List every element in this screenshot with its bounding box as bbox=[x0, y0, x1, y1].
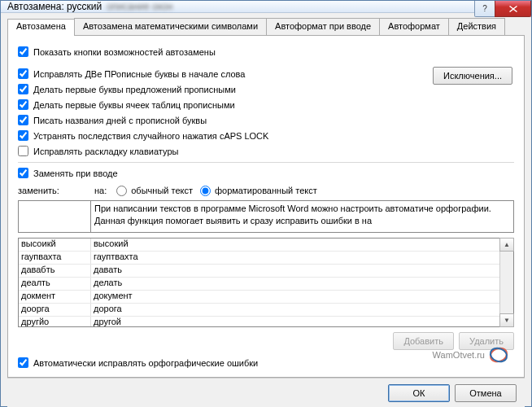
cell-from: доорга bbox=[19, 304, 91, 316]
table-action-row: Добавить Удалить bbox=[18, 332, 514, 350]
tab-autocorrect[interactable]: Автозамена bbox=[7, 19, 75, 36]
cancel-button[interactable]: Отмена bbox=[455, 384, 517, 402]
label-table-caps: Делать первые буквы ячеек таблиц прописн… bbox=[33, 100, 235, 110]
replace-header-row: заменить: на: обычный текст форматирован… bbox=[18, 182, 514, 199]
cell-from: другйо bbox=[19, 317, 91, 326]
replace-with-preview[interactable]: При написании текстов в программе Micros… bbox=[91, 200, 514, 233]
table-body[interactable]: высоикйвысокийгаупвахтагауптвахтадавабть… bbox=[19, 239, 499, 326]
replace-inputs-row: При написании текстов в программе Micros… bbox=[18, 200, 514, 233]
replace-label: заменить: bbox=[18, 186, 89, 195]
delete-button[interactable]: Удалить bbox=[459, 332, 514, 350]
label-caps-lock: Устранять последствия случайного нажатия… bbox=[33, 131, 268, 141]
table-row[interactable]: другйодругой bbox=[19, 317, 499, 326]
label-two-caps: Исправлять ДВе ПРописные буквы в начале … bbox=[33, 69, 245, 79]
autocorrect-dialog: Автозамена: русский описание окон ? Авто… bbox=[0, 0, 532, 407]
table-row[interactable]: высоикйвысокий bbox=[19, 239, 499, 252]
tab-autoformat[interactable]: Автоформат bbox=[379, 18, 449, 35]
tab-strip: Автозамена Автозамена математическими си… bbox=[7, 18, 525, 36]
delete-button-label: Удалить bbox=[469, 336, 504, 346]
table-scrollbar[interactable]: ▲ ▼ bbox=[499, 239, 513, 326]
cell-to: давать bbox=[91, 265, 499, 277]
help-button[interactable]: ? bbox=[474, 1, 495, 17]
cell-from: гаупвахта bbox=[19, 252, 91, 264]
cancel-button-label: Отмена bbox=[469, 388, 501, 398]
label-day-names: Писать названия дней с прописной буквы bbox=[33, 116, 207, 125]
with-label: на: bbox=[94, 186, 107, 195]
checkbox-show-buttons[interactable] bbox=[18, 46, 28, 57]
table-row[interactable]: давабтьдавать bbox=[19, 265, 499, 278]
checkbox-keyboard-layout[interactable] bbox=[18, 146, 28, 156]
tab-actions[interactable]: Действия bbox=[448, 18, 505, 35]
label-auto-spell: Автоматически исправлять орфографические… bbox=[33, 358, 258, 368]
cell-from: докмент bbox=[19, 291, 91, 303]
tab-math-autocorrect[interactable]: Автозамена математическими символами bbox=[74, 18, 267, 35]
label-replace-on-type: Заменять при вводе bbox=[33, 168, 118, 178]
close-button[interactable] bbox=[495, 1, 531, 17]
tab-autoformat-typing[interactable]: Автоформат при вводе bbox=[266, 18, 380, 35]
window-buttons: ? bbox=[475, 1, 531, 17]
checkbox-auto-spell[interactable] bbox=[18, 357, 28, 368]
dialog-title: Автозамена: русский bbox=[7, 1, 102, 12]
autocorrect-panel: Показать кнопки возможностей автозамены … bbox=[7, 36, 525, 378]
scroll-track[interactable] bbox=[500, 251, 513, 314]
exceptions-button[interactable]: Исключения... bbox=[433, 67, 512, 85]
add-button[interactable]: Добавить bbox=[393, 332, 454, 350]
table-row[interactable]: гаупвахтагауптвахта bbox=[19, 252, 499, 265]
checkbox-caps-lock[interactable] bbox=[18, 130, 28, 141]
title-blur: описание окон bbox=[107, 1, 172, 12]
ok-button-label: ОК bbox=[413, 388, 425, 398]
scroll-up-icon[interactable]: ▲ bbox=[499, 238, 514, 252]
replace-from-input[interactable] bbox=[18, 200, 91, 233]
cell-to: дорога bbox=[91, 304, 499, 316]
cell-to: гауптвахта bbox=[91, 252, 499, 264]
table-row[interactable]: деалтьделать bbox=[19, 278, 499, 291]
scroll-down-icon[interactable]: ▼ bbox=[499, 313, 514, 327]
label-keyboard-layout: Исправлять раскладку клавиатуры bbox=[33, 147, 178, 156]
radio-plain-text[interactable] bbox=[116, 186, 127, 196]
cell-from: деалть bbox=[19, 278, 91, 290]
exceptions-button-label: Исключения... bbox=[443, 71, 502, 81]
dialog-content: Автозамена Автозамена математическими си… bbox=[1, 13, 531, 407]
titlebar: Автозамена: русский описание окон ? bbox=[1, 1, 531, 13]
checkbox-two-caps[interactable] bbox=[18, 68, 28, 79]
radio-formatted-text[interactable] bbox=[200, 186, 211, 196]
checkbox-table-caps[interactable] bbox=[18, 99, 28, 110]
checkbox-replace-on-type[interactable] bbox=[18, 168, 28, 178]
table-row[interactable]: докментдокумент bbox=[19, 291, 499, 304]
checkbox-day-names[interactable] bbox=[18, 115, 28, 125]
checkbox-sentence-caps[interactable] bbox=[18, 84, 28, 94]
label-plain-text: обычный текст bbox=[131, 186, 193, 195]
cell-from: давабть bbox=[19, 265, 91, 277]
cell-from: высоикй bbox=[19, 239, 91, 251]
add-button-label: Добавить bbox=[403, 336, 443, 346]
cell-to: документ bbox=[91, 291, 499, 303]
cell-to: другой bbox=[91, 317, 499, 326]
label-sentence-caps: Делать первые буквы предложений прописны… bbox=[33, 85, 236, 94]
ok-button[interactable]: ОК bbox=[388, 384, 450, 402]
table-row[interactable]: дооргадорога bbox=[19, 304, 499, 317]
label-formatted-text: форматированный текст bbox=[215, 186, 317, 195]
autocorrect-table: высоикйвысокийгаупвахтагауптвахтадавабть… bbox=[18, 238, 514, 327]
dialog-footer: ОК Отмена bbox=[7, 378, 525, 407]
cell-to: делать bbox=[91, 278, 499, 290]
label-show-buttons: Показать кнопки возможностей автозамены bbox=[33, 47, 216, 57]
cell-to: высокий bbox=[91, 239, 499, 251]
